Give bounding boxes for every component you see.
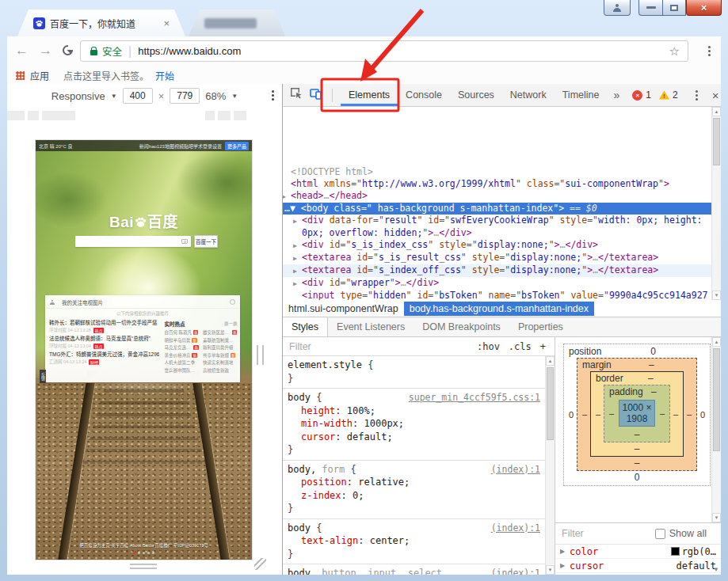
hot-search-item[interactable]: 高校招生新政	[203, 367, 238, 374]
show-all-checkbox[interactable]	[655, 529, 665, 539]
dom-tree-node[interactable]: ▶<head>…</head>	[283, 190, 712, 203]
devtools-tab[interactable]: Timeline	[555, 85, 608, 106]
devtools-tab[interactable]: Console	[398, 85, 450, 106]
box-model-padding[interactable]: padding– – 1000 × 1908 – –	[604, 385, 670, 442]
device-toolbar-menu-icon[interactable]	[272, 90, 274, 93]
devtools-tab[interactable]: Network	[502, 85, 555, 106]
close-window-button[interactable]: ×	[686, 0, 722, 16]
expand-arrow-icon[interactable]: ▶	[560, 548, 570, 555]
css-property[interactable]: position: relative;	[288, 476, 540, 489]
styles-pane-tab[interactable]: DOM Breakpoints	[414, 317, 509, 336]
top-nav-link[interactable]: 视频	[174, 144, 184, 149]
box-model-position[interactable]: position0 0 margin– – border–	[563, 344, 711, 486]
news-article[interactable]: TMG外汇：特朗普强调美元过强，黄金冲高1296 汇通网 04-13 13:24…	[49, 351, 159, 365]
scroll-down-icon[interactable]: ▼	[712, 290, 721, 300]
article-title[interactable]: 法总统候选人称奥朗德：马克龙是真“总统府”	[49, 336, 159, 342]
css-property[interactable]: cursor: default;	[288, 431, 540, 444]
tab-close-icon[interactable]: ×	[163, 17, 170, 29]
dom-tree-node[interactable]: ▶<textarea id="s_is_result_css" style="d…	[283, 252, 712, 264]
box-model-content[interactable]: 1000 × 1908	[619, 400, 655, 427]
viewport-width-input[interactable]: 400	[123, 88, 153, 104]
expand-arrow-icon[interactable]: ▶	[293, 253, 302, 264]
hot-search-item[interactable]: 共享单车新规新	[203, 352, 238, 359]
import-bookmarks-start-link[interactable]: 开始	[155, 69, 174, 82]
stylesheet-link[interactable]: (index):1	[491, 463, 540, 477]
breadcrumb[interactable]: body.has-background.s-manhattan-index	[404, 302, 594, 316]
url-text[interactable]: https://www.baidu.com	[138, 45, 669, 57]
expand-arrow-icon[interactable]: ▶	[293, 278, 302, 290]
warning-badge-icon[interactable]: !	[659, 91, 669, 100]
chevron-down-icon[interactable]: ▼	[231, 93, 238, 100]
toggle-hover-button[interactable]: :hov	[477, 341, 500, 352]
top-nav-link[interactable]: 新闻	[139, 144, 149, 149]
styles-pane-tab[interactable]: Styles	[283, 317, 328, 336]
more-products-button[interactable]: 更多产品	[225, 142, 249, 150]
news-article[interactable]: 韩外长：若朝鲜核试验将动用一切外交手段严惩 环球时报 04-13 13:28热点	[49, 320, 159, 333]
hot-search-item[interactable]: 叙利亚局势升级	[203, 344, 238, 351]
styles-scrollbar[interactable]: ▲ ▼	[545, 356, 555, 575]
stylesheet-link[interactable]: (index):1	[491, 522, 540, 535]
dom-scrollbar[interactable]: ▲ ▼	[711, 107, 721, 300]
devtools-tab[interactable]: Elements	[341, 85, 398, 106]
baidu-search-button[interactable]: 百度一下	[194, 235, 218, 248]
dom-tree-node[interactable]: ▶<div id="s_is_index_css" style="display…	[283, 239, 712, 252]
more-tabs-icon[interactable]: »	[607, 89, 626, 101]
dom-tree-node[interactable]: <html xmlns="http://www.w3.org/1999/xhtm…	[283, 178, 712, 190]
styles-filter-input[interactable]: Filter	[289, 341, 477, 352]
css-rule[interactable]: element.style { }	[283, 356, 545, 389]
expand-arrow-icon[interactable]: ▶	[293, 215, 302, 227]
chevron-down-icon[interactable]: ▼	[111, 93, 117, 100]
top-nav-link[interactable]: 学术	[193, 144, 203, 149]
profile-button[interactable]	[604, 0, 631, 16]
viewport-resize-handle-right[interactable]	[257, 345, 264, 365]
article-title[interactable]: TMG外汇：特朗普强调美元过强，黄金冲高1296	[49, 351, 159, 358]
feedback-side-tag[interactable]: 反馈	[40, 370, 46, 383]
hot-search-item[interactable]: 快递实名制落地	[203, 359, 238, 366]
scroll-down-icon[interactable]: ▼	[712, 513, 721, 522]
viewport-resize-handle-bottom[interactable]	[130, 564, 157, 569]
hot-search-refresh[interactable]: 换一换	[224, 321, 238, 327]
css-rule[interactable]: (index):1body { text-align: center; }	[283, 519, 545, 565]
dom-tree-node[interactable]: ▶<div id="wrapper">…</div>	[283, 277, 712, 290]
css-property[interactable]: height: 100%;	[288, 404, 540, 418]
dom-tree-node[interactable]: ▶<textarea id="s_index_off_css" style="d…	[283, 264, 712, 277]
top-nav-link[interactable]: hao123	[149, 144, 165, 149]
top-nav-link[interactable]: 设置	[212, 144, 222, 149]
dom-tree-node[interactable]: …▼ <body class=" has-background s-manhat…	[283, 203, 712, 215]
hot-search-item[interactable]: 人机大战第二季	[164, 359, 199, 366]
computed-filter-input[interactable]: Filter	[562, 528, 655, 539]
hot-search-item[interactable]: 黄金价格冲高热	[164, 352, 199, 359]
top-nav-link[interactable]: 贴吧	[184, 144, 193, 149]
stylesheet-link[interactable]: super_min_4ccf59f5.css:1	[409, 391, 540, 404]
zoom-select[interactable]: 68%	[205, 90, 226, 102]
inspect-element-icon[interactable]	[290, 87, 303, 103]
browser-tab-inactive[interactable]	[189, 9, 285, 36]
top-nav-link[interactable]: 登录	[203, 144, 212, 149]
new-rule-button[interactable]: +	[540, 341, 546, 352]
toggle-device-toolbar-icon[interactable]	[310, 87, 322, 103]
css-rule[interactable]: (index):1body, button, input, select, te…	[283, 564, 545, 575]
devtools-tab[interactable]: Sources	[450, 85, 502, 106]
scroll-up-icon[interactable]: ▲	[546, 356, 555, 366]
minimize-button[interactable]	[638, 0, 662, 16]
scroll-down-icon[interactable]: ▼	[713, 566, 719, 573]
box-model-border[interactable]: border– – padding– –	[590, 371, 684, 457]
hot-search-item[interactable]: 马克龙竞选集会热	[164, 344, 199, 351]
hot-search-item[interactable]: 朝鲜半岛局势新	[164, 337, 199, 344]
computed-property[interactable]: ▶ display block	[555, 573, 721, 575]
expand-arrow-icon[interactable]: ▶	[293, 240, 302, 252]
expand-arrow-icon[interactable]: ▶	[293, 265, 302, 277]
hot-search-item[interactable]: 雄安新区最新规划热	[203, 329, 238, 336]
news-tab[interactable]: 图片	[93, 300, 103, 306]
hot-search-item[interactable]: 白百何 陈羽凡热	[164, 329, 199, 336]
viewport-resize-handle-corner[interactable]	[254, 558, 266, 570]
back-button[interactable]: ←	[15, 43, 29, 59]
metrics-scrollbar[interactable]: ▲ ▼	[711, 337, 721, 522]
browser-menu-icon[interactable]	[708, 46, 711, 48]
browser-tab-active[interactable]: 百度一下，你就知道 ×	[17, 9, 185, 36]
devtools-menu-icon[interactable]	[696, 94, 698, 97]
top-nav-link[interactable]: 地图	[165, 144, 174, 149]
news-tab[interactable]: 我的关注	[62, 300, 82, 306]
scroll-up-icon[interactable]: ▲	[712, 337, 721, 347]
news-tab[interactable]: 电视	[82, 300, 93, 306]
